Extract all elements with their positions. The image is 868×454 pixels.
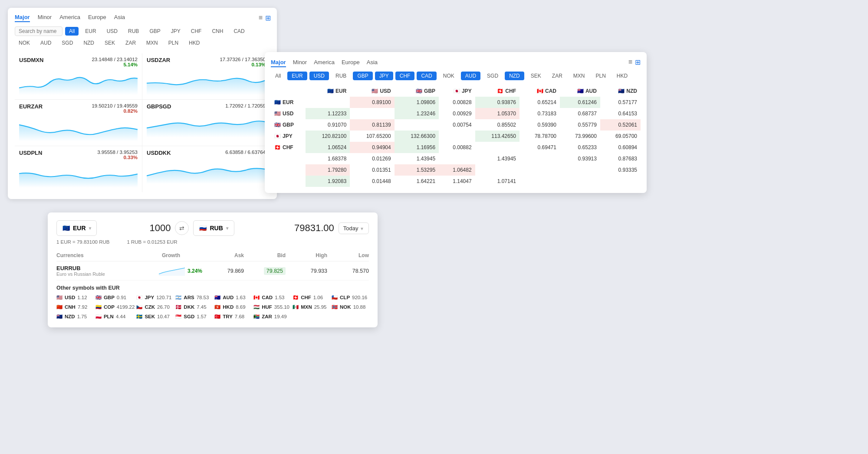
mf-zar[interactable]: ZAR (548, 72, 567, 80)
mf-eur[interactable]: EUR (287, 72, 307, 80)
matrix-cell-5-2[interactable]: 1.43945 (395, 153, 439, 164)
matrix-cell-4-1[interactable]: 0.94904 (350, 142, 394, 153)
matrix-cell-2-6[interactable]: 0.55779 (560, 119, 600, 131)
matrix-cell-5-5[interactable] (519, 153, 560, 164)
matrix-cell-2-2[interactable] (395, 119, 439, 131)
symbol-mxn[interactable]: 🇲🇽MXN25.95 (293, 304, 330, 310)
symbol-nzd[interactable]: 🇳🇿NZD1.75 (56, 314, 94, 320)
matrix-cell-5-4[interactable]: 1.43945 (475, 153, 519, 164)
matrix-cell-5-1[interactable]: 0.01269 (350, 153, 394, 164)
matrix-cell-3-4[interactable]: 113.42650 (475, 131, 519, 142)
matrix-cell-3-6[interactable]: 73.99600 (560, 131, 600, 142)
filter-jpy[interactable]: JPY (167, 27, 184, 36)
tab-major[interactable]: Major (15, 14, 30, 22)
symbol-usd[interactable]: 🇺🇸USD1.12 (56, 294, 94, 300)
chart-usdzar[interactable]: USDZAR 17.37326 / 17.36350 0.13% (142, 53, 270, 100)
filter-eur[interactable]: EUR (81, 27, 100, 36)
matrix-cell-6-4[interactable] (475, 164, 519, 176)
symbol-sgd[interactable]: 🇸🇬SGD1.57 (175, 314, 213, 320)
matrix-cell-4-2[interactable]: 1.16956 (395, 142, 439, 153)
mf-all[interactable]: All (271, 72, 285, 80)
search-input[interactable] (15, 26, 62, 36)
mf-aud[interactable]: AUD (461, 72, 480, 80)
list-icon[interactable]: ≡ (259, 14, 263, 22)
from-amount-input[interactable] (101, 222, 171, 234)
grid-view-icon[interactable]: ⊞ (635, 58, 641, 66)
symbol-pln[interactable]: 🇵🇱PLN4.44 (95, 314, 135, 320)
symbol-chf[interactable]: 🇨🇭CHF1.06 (293, 294, 330, 300)
matrix-tab-europe[interactable]: Europe (342, 59, 360, 67)
matrix-cell-1-4[interactable]: 1.05370 (475, 108, 519, 119)
symbol-nok[interactable]: 🇳🇴NOK10.88 (332, 304, 369, 310)
symbol-huf[interactable]: 🇭🇺HUF355.10 (253, 304, 291, 310)
matrix-cell-0-3[interactable]: 0.00828 (439, 97, 475, 108)
filter-cad[interactable]: CAD (230, 27, 248, 36)
chart-usddkk[interactable]: USDDKK 6.63858 / 6.63764 (142, 146, 270, 192)
matrix-cell-2-4[interactable]: 0.85502 (475, 119, 519, 131)
matrix-cell-3-5[interactable]: 78.78700 (519, 131, 560, 142)
filter-mxn[interactable]: MXN (142, 39, 162, 47)
matrix-cell-2-7[interactable]: 0.52061 (600, 119, 641, 131)
filter-hkd[interactable]: HKD (185, 39, 204, 47)
matrix-cell-5-7[interactable]: 0.87683 (600, 153, 641, 164)
matrix-cell-7-1[interactable]: 0.01448 (350, 176, 394, 187)
matrix-cell-4-3[interactable]: 0.00882 (439, 142, 475, 153)
from-currency-select[interactable]: 🇪🇺 EUR ▼ (56, 220, 97, 236)
to-currency-select[interactable]: 🇷🇺 RUB ▼ (193, 220, 234, 236)
matrix-cell-7-0[interactable]: 1.92083 (306, 176, 350, 187)
matrix-cell-4-7[interactable]: 0.60894 (600, 142, 641, 153)
filter-usd[interactable]: USD (103, 27, 122, 36)
filter-zar[interactable]: ZAR (122, 39, 140, 47)
matrix-cell-0-6[interactable]: 0.61246 (560, 97, 600, 108)
matrix-cell-5-3[interactable] (439, 153, 475, 164)
mf-hkd[interactable]: HKD (612, 72, 632, 80)
mf-nok[interactable]: NOK (439, 72, 459, 80)
filter-aud[interactable]: AUD (36, 39, 55, 47)
chart-usdmxn[interactable]: USDMXN 23.14848 / 23.14012 5.14% (15, 53, 142, 100)
filter-chf[interactable]: CHF (187, 27, 206, 36)
matrix-cell-3-0[interactable]: 120.82100 (306, 131, 350, 142)
matrix-cell-0-7[interactable]: 0.57177 (600, 97, 641, 108)
matrix-tab-major[interactable]: Major (271, 59, 286, 67)
matrix-cell-1-6[interactable]: 0.68737 (560, 108, 600, 119)
tab-minor[interactable]: Minor (38, 14, 52, 22)
symbol-cnh[interactable]: 🇨🇳CNH7.92 (56, 304, 94, 310)
chart-usdpln[interactable]: USDPLN 3.95558 / 3.95253 0.33% (15, 146, 142, 192)
mf-mxn[interactable]: MXN (569, 72, 589, 80)
matrix-cell-4-4[interactable] (475, 142, 519, 153)
date-selector[interactable]: Today ▼ (339, 222, 369, 234)
matrix-tab-minor[interactable]: Minor (293, 59, 307, 67)
matrix-cell-7-3[interactable]: 1.14047 (439, 176, 475, 187)
matrix-cell-6-6[interactable] (560, 164, 600, 176)
matrix-cell-1-3[interactable]: 0.00929 (439, 108, 475, 119)
matrix-cell-7-6[interactable] (560, 176, 600, 187)
list-view-icon[interactable]: ≡ (628, 58, 632, 66)
filter-nzd[interactable]: NZD (79, 39, 98, 47)
mf-rub[interactable]: RUB (331, 72, 351, 80)
mf-sgd[interactable]: SGD (483, 72, 503, 80)
matrix-cell-1-7[interactable]: 0.64153 (600, 108, 641, 119)
matrix-cell-1-2[interactable]: 1.23246 (395, 108, 439, 119)
filter-all[interactable]: All (65, 27, 79, 36)
symbol-gbp[interactable]: 🇬🇧GBP0.91 (95, 294, 135, 300)
matrix-tab-asia[interactable]: Asia (367, 59, 378, 67)
matrix-cell-4-6[interactable]: 0.65233 (560, 142, 600, 153)
symbol-cop[interactable]: 🇨🇴COP4199.22 (95, 304, 135, 310)
matrix-cell-2-1[interactable]: 0.81139 (350, 119, 394, 131)
matrix-cell-1-0[interactable]: 1.12233 (306, 108, 350, 119)
mf-pln[interactable]: PLN (591, 72, 610, 80)
symbol-jpy[interactable]: 🇯🇵JPY120.71 (136, 294, 174, 300)
tab-america[interactable]: America (59, 14, 80, 22)
matrix-cell-0-2[interactable]: 1.09806 (395, 97, 439, 108)
matrix-cell-7-4[interactable]: 1.07141 (475, 176, 519, 187)
symbol-czk[interactable]: 🇨🇿CZK26.70 (136, 304, 174, 310)
matrix-cell-7-2[interactable]: 1.64221 (395, 176, 439, 187)
matrix-cell-3-3[interactable] (439, 131, 475, 142)
matrix-cell-2-5[interactable]: 0.59390 (519, 119, 560, 131)
matrix-cell-7-5[interactable] (519, 176, 560, 187)
symbol-sek[interactable]: 🇸🇪SEK10.47 (136, 314, 174, 320)
grid-icon[interactable]: ⊞ (265, 14, 271, 22)
filter-rub[interactable]: RUB (124, 27, 143, 36)
matrix-cell-6-1[interactable]: 0.01351 (350, 164, 394, 176)
mf-sek[interactable]: SEK (526, 72, 546, 80)
